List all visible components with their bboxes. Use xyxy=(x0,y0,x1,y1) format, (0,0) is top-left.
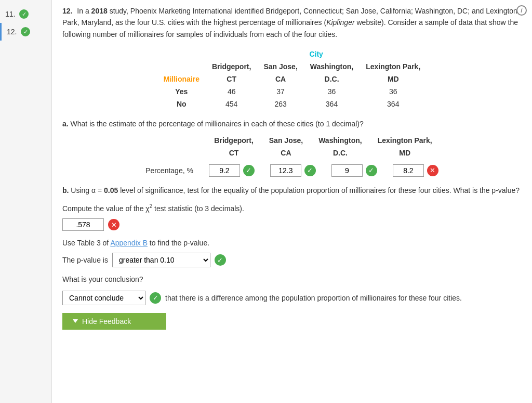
sidebar-number-11: 11. xyxy=(5,10,15,18)
no-ca: 263 xyxy=(257,98,303,110)
chi-text: Compute the value of the χ2 test statist… xyxy=(62,204,244,213)
part-b-label: b. xyxy=(62,186,69,194)
sidebar-status-11: ✓ xyxy=(19,9,29,19)
pvalue-select[interactable]: less than 0.005 between 0.005 and 0.01 b… xyxy=(112,253,210,267)
conclusion-line: Cannot conclude Conclude ✓ that there is… xyxy=(62,291,522,305)
year: 2018 xyxy=(91,7,108,15)
pct-check-2: ✓ xyxy=(366,165,377,176)
no-md: 364 xyxy=(360,98,427,110)
part-b-text-post: level of significance, test for the equa… xyxy=(118,186,520,194)
yes-dc: 36 xyxy=(304,85,360,98)
conclusion-check: ✓ xyxy=(150,292,161,304)
part-b-text-pre: Using α = xyxy=(71,186,104,194)
pct-col-sub-2: D.C. xyxy=(311,147,369,159)
pct-label: Percentage, % xyxy=(145,166,193,175)
col-header-2: Washington, xyxy=(304,60,360,73)
part-b-question: b. Using α = 0.05 level of significance,… xyxy=(62,185,522,196)
pct-input-1[interactable] xyxy=(270,164,301,177)
pct-input-3[interactable] xyxy=(393,164,424,177)
question-number: 12. xyxy=(62,7,72,15)
conclusion-prompt-text: What is your conclusion? xyxy=(62,275,143,283)
pct-input-2[interactable] xyxy=(331,164,363,177)
col-header-1: San Jose, xyxy=(257,60,303,73)
col-sub-0: CT xyxy=(206,73,257,85)
chi-text-container: Compute the value of the χ2 test statist… xyxy=(62,202,522,214)
appendix-link[interactable]: Appendix B xyxy=(110,239,148,247)
pct-col-sub-1: CA xyxy=(261,147,311,159)
col-header-0: Bridgeport, xyxy=(206,60,257,73)
pct-input-0[interactable] xyxy=(209,164,240,177)
chi-input[interactable] xyxy=(62,218,104,231)
chi-x-icon: ✕ xyxy=(108,219,119,230)
table-ref-end: to find the p-value. xyxy=(148,239,209,247)
pct-input-row: Percentage, % ✓ ✓ ✓ ✕ xyxy=(62,164,522,177)
sidebar-number-12: 12. xyxy=(7,28,17,36)
table-ref-line: Use Table 3 of Appendix B to find the p-… xyxy=(62,237,522,249)
pvalue-check: ✓ xyxy=(215,254,226,266)
hide-feedback-label: Hide Feedback xyxy=(82,317,131,326)
chi-input-area: ✕ xyxy=(62,218,522,231)
row-label-yes: Yes xyxy=(157,85,206,98)
data-table: City Bridgeport, San Jose, Washington, L… xyxy=(157,48,427,110)
hide-feedback-button[interactable]: Hide Feedback xyxy=(62,313,166,330)
table-row-yes: Yes 46 37 36 36 xyxy=(157,85,427,98)
main-content: 12. In a 2018 study, Phoenix Marketing I… xyxy=(52,0,532,403)
pct-cell-0: ✓ xyxy=(209,164,255,177)
table-row-no: No 454 263 364 364 xyxy=(157,98,427,110)
millionaire-label: Millionaire xyxy=(157,73,206,85)
hide-feedback-arrow xyxy=(73,319,78,323)
table-ref-text: Use Table 3 of xyxy=(62,239,110,247)
info-icon[interactable]: i xyxy=(516,5,527,16)
col-sub-3: MD xyxy=(360,73,427,85)
conclusion-rest: that there is a difference among the pop… xyxy=(165,294,462,302)
pct-col-header-2: Washington, xyxy=(311,134,369,147)
city-header: City xyxy=(206,48,427,60)
pct-check-1: ✓ xyxy=(304,165,316,176)
pct-cell-2: ✓ xyxy=(331,164,377,177)
yes-md: 36 xyxy=(360,85,427,98)
yes-ca: 37 xyxy=(257,85,303,98)
part-a-label: a. xyxy=(62,120,69,128)
sidebar-status-12: ✓ xyxy=(21,27,30,36)
pct-col-header-0: Bridgeport, xyxy=(206,134,261,147)
conclusion-prompt: What is your conclusion? xyxy=(62,274,522,285)
text-intro: In a xyxy=(77,7,91,15)
col-sub-1: CA xyxy=(257,73,303,85)
no-dc: 364 xyxy=(304,98,360,110)
row-label-no: No xyxy=(157,98,206,110)
pct-col-header-3: Lexington Park, xyxy=(370,134,440,147)
part-a-text: What is the estimate of the percentage o… xyxy=(69,120,364,128)
kiplinger: Kiplinger xyxy=(326,18,354,27)
col-sub-2: D.C. xyxy=(304,73,360,85)
part-b-alpha: 0.05 xyxy=(104,186,118,194)
no-ct: 454 xyxy=(206,98,257,110)
pct-x-3: ✕ xyxy=(427,165,438,176)
pct-col-sub-0: CT xyxy=(206,147,261,159)
question-text: 12. In a 2018 study, Phoenix Marketing I… xyxy=(62,5,522,40)
col-header-3: Lexington Park, xyxy=(360,60,427,73)
yes-ct: 46 xyxy=(206,85,257,98)
pct-cell-1: ✓ xyxy=(270,164,316,177)
part-a-question: a. What is the estimate of the percentag… xyxy=(62,118,522,129)
pct-check-0: ✓ xyxy=(243,165,255,176)
sidebar-item-11[interactable]: 11. ✓ xyxy=(0,5,51,23)
sidebar-item-12[interactable]: 12. ✓ xyxy=(0,23,51,41)
pvalue-label: The p-value is xyxy=(62,256,108,264)
pvalue-line: The p-value is less than 0.005 between 0… xyxy=(62,253,522,267)
sidebar: 11. ✓ 12. ✓ xyxy=(0,0,52,403)
pct-col-sub-3: MD xyxy=(370,147,440,159)
pct-cell-3: ✕ xyxy=(393,164,438,177)
pct-col-headers-table: Bridgeport, San Jose, Washington, Lexing… xyxy=(144,134,440,159)
conclusion-select[interactable]: Cannot conclude Conclude xyxy=(62,291,145,305)
pct-col-header-1: San Jose, xyxy=(261,134,311,147)
